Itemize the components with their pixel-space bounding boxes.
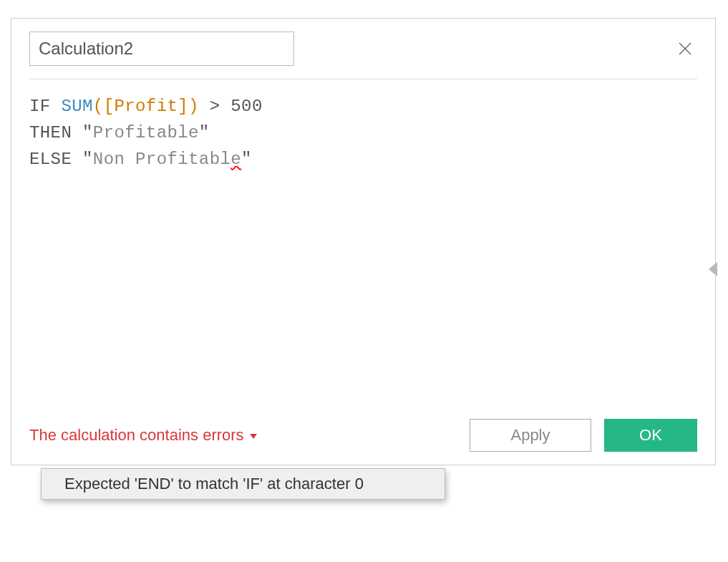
calculation-editor-dialog: IF SUM([Profit]) > 500 THEN "Profitable"… bbox=[11, 18, 716, 465]
error-status[interactable]: The calculation contains errors bbox=[29, 426, 257, 445]
string-literal: Profitable bbox=[93, 123, 199, 142]
calculation-name-input[interactable] bbox=[29, 32, 294, 66]
spell-error: e bbox=[230, 150, 241, 169]
comparison: > 500 bbox=[199, 97, 263, 116]
field-profit: [Profit] bbox=[104, 97, 188, 116]
dialog-header bbox=[29, 32, 697, 79]
tooltip-message: Expected 'END' to match 'IF' at characte… bbox=[64, 475, 364, 493]
function-sum: SUM bbox=[61, 97, 92, 116]
expand-panel-handle[interactable] bbox=[709, 262, 717, 276]
formula-editor[interactable]: IF SUM([Profit]) > 500 THEN "Profitable"… bbox=[29, 90, 697, 412]
close-paren: ) bbox=[188, 97, 199, 116]
quote: " bbox=[82, 150, 93, 169]
error-message: The calculation contains errors bbox=[29, 426, 244, 445]
keyword-then: THEN bbox=[29, 123, 82, 142]
quote: " bbox=[241, 150, 252, 169]
close-icon bbox=[677, 41, 693, 57]
error-tooltip: Expected 'END' to match 'IF' at characte… bbox=[41, 468, 445, 500]
keyword-else: ELSE bbox=[29, 150, 82, 169]
ok-button[interactable]: OK bbox=[604, 419, 697, 452]
caret-down-icon bbox=[250, 434, 257, 439]
apply-button[interactable]: Apply bbox=[470, 419, 591, 452]
quote: " bbox=[199, 123, 210, 142]
quote: " bbox=[82, 123, 93, 142]
keyword-if: IF bbox=[29, 97, 61, 116]
open-paren: ( bbox=[93, 97, 104, 116]
dialog-footer: The calculation contains errors Apply OK bbox=[29, 412, 697, 452]
button-group: Apply OK bbox=[470, 419, 697, 452]
close-button[interactable] bbox=[673, 37, 697, 61]
string-literal: Non Profitabl bbox=[93, 150, 230, 169]
